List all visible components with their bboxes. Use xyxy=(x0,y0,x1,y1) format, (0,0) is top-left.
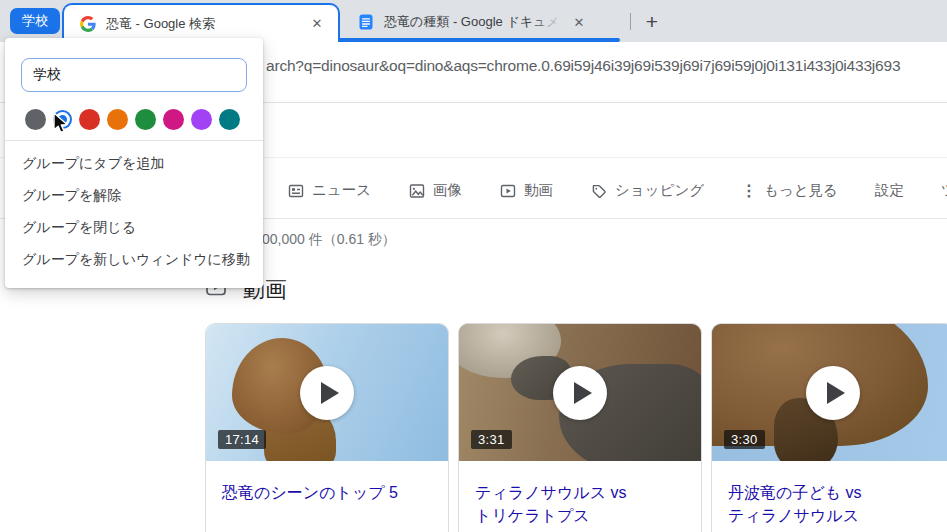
duration-badge: 17:14 xyxy=(218,430,266,449)
color-swatch-orange[interactable] xyxy=(107,109,128,130)
search-nav-tabs: ニュース 画像 動画 xyxy=(287,181,947,200)
address-bar[interactable]: arch?q=dinosaur&oq=dino&aqs=chrome.0.69i… xyxy=(266,57,947,75)
tab-google-docs[interactable]: 恐竜の種類 - Google ドキュメント ✕ xyxy=(346,6,620,38)
nav-tab-shopping[interactable]: ショッピング xyxy=(590,181,704,200)
video-title-link[interactable]: 恐竜のシーンのトップ 5 xyxy=(206,461,448,504)
video-card[interactable]: 3:31 ティラノサウルス vs トリケラトプス xyxy=(458,323,702,532)
video-card[interactable]: 3:30 丹波竜の子ども vs ティラノサウルス xyxy=(711,323,947,532)
video-icon xyxy=(499,182,517,200)
close-icon[interactable]: ✕ xyxy=(306,13,328,35)
video-card[interactable]: 17:14 恐竜のシーンのトップ 5 xyxy=(205,323,449,532)
play-button-icon xyxy=(806,366,860,420)
nav-tab-label: 設定 xyxy=(875,181,904,200)
color-swatch-red[interactable] xyxy=(79,109,100,130)
new-tab-button[interactable]: + xyxy=(638,8,666,36)
tab-google-search[interactable]: 恐竜 - Google 検索 ✕ xyxy=(62,3,340,42)
video-thumbnail[interactable]: 3:30 xyxy=(712,324,947,461)
more-vertical-icon: ⋮ xyxy=(741,181,757,200)
close-icon[interactable]: ✕ xyxy=(568,11,590,33)
menu-item-ungroup[interactable]: グループを解除 xyxy=(5,179,263,211)
video-title-link[interactable]: 丹波竜の子ども vs ティラノサウルス xyxy=(712,461,947,527)
nav-tab-tools[interactable]: ツール xyxy=(941,181,947,200)
menu-item-move-group-to-new-window[interactable]: グループを新しいウィンドウに移動 xyxy=(5,243,263,275)
google-g-icon xyxy=(80,16,96,32)
group-name-input[interactable] xyxy=(21,58,247,92)
color-swatch-green[interactable] xyxy=(135,109,156,130)
nav-tab-label: ショッピング xyxy=(615,181,704,200)
video-thumbnail[interactable]: 17:14 xyxy=(206,324,448,461)
tab-group-menu: グループにタブを追加 グループを解除 グループを閉じる グループを新しいウィンド… xyxy=(5,38,263,288)
image-icon xyxy=(408,182,426,200)
group-color-picker xyxy=(25,106,240,132)
nav-tab-images[interactable]: 画像 xyxy=(408,181,462,200)
menu-divider xyxy=(5,140,263,141)
tab-title: 恐竜 - Google 検索 xyxy=(106,15,300,33)
news-icon xyxy=(287,182,305,200)
menu-item-close-group[interactable]: グループを閉じる xyxy=(5,211,263,243)
duration-badge: 3:30 xyxy=(724,430,765,449)
nav-tab-label: ツール xyxy=(941,181,947,200)
tabstrip-divider xyxy=(630,13,631,30)
play-button-icon xyxy=(553,366,607,420)
nav-tab-more[interactable]: ⋮ もっと見る xyxy=(741,181,838,200)
color-swatch-purple[interactable] xyxy=(191,109,212,130)
nav-tab-news[interactable]: ニュース xyxy=(287,181,371,200)
menu-item-add-tab-to-group[interactable]: グループにタブを追加 xyxy=(5,147,263,179)
nav-tab-settings[interactable]: 設定 xyxy=(875,181,904,200)
nav-tab-label: 画像 xyxy=(433,181,462,200)
color-swatch-blue[interactable] xyxy=(55,112,70,127)
video-thumbnail[interactable]: 3:31 xyxy=(459,324,701,461)
tab-group-chip[interactable]: 学校 xyxy=(10,8,60,34)
color-swatch-grey[interactable] xyxy=(25,109,46,130)
video-cards: 17:14 恐竜のシーンのトップ 5 3:31 ティラノサウルス vs トリケラ… xyxy=(205,323,947,532)
nav-tab-label: ニュース xyxy=(312,181,371,200)
tab-strip: 学校 恐竜 - Google 検索 ✕ 恐竜の種類 - Google xyxy=(0,0,947,42)
tab-title: 恐竜の種類 - Google ドキュメント xyxy=(384,13,562,31)
menu-items: グループにタブを追加 グループを解除 グループを閉じる グループを新しいウィンド… xyxy=(5,147,263,275)
nav-tab-videos[interactable]: 動画 xyxy=(499,181,553,200)
nav-tab-label: 動画 xyxy=(524,181,553,200)
duration-badge: 3:31 xyxy=(471,430,512,449)
google-docs-icon xyxy=(358,14,374,30)
color-swatch-pink[interactable] xyxy=(163,109,184,130)
video-title-link[interactable]: ティラノサウルス vs トリケラトプス xyxy=(459,461,701,527)
color-swatch-cyan[interactable] xyxy=(219,109,240,130)
browser-window: 学校 恐竜 - Google 検索 ✕ 恐竜の種類 - Google xyxy=(0,0,947,532)
result-stats: 00,000 件（0.61 秒） xyxy=(262,231,396,249)
nav-tab-label: もっと見る xyxy=(764,181,838,200)
play-button-icon xyxy=(300,366,354,420)
tag-icon xyxy=(590,182,608,200)
